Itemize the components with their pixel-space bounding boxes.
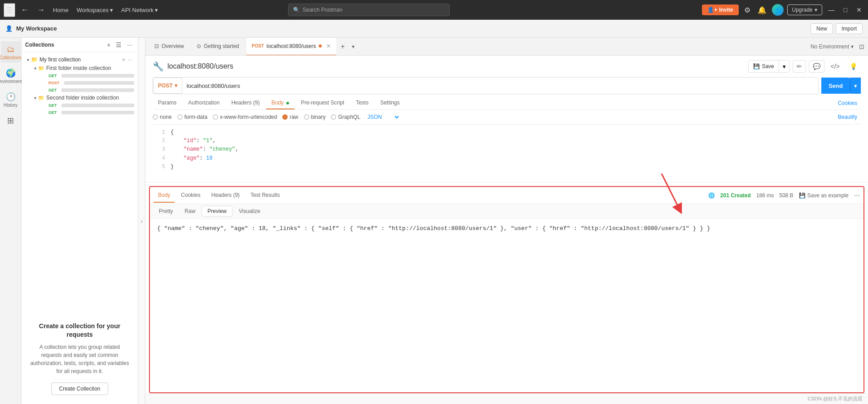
folder-icon: 📁	[38, 95, 44, 101]
upgrade-button[interactable]: Upgrade ▾	[787, 4, 822, 15]
edit-icon-button[interactable]: ✏	[793, 60, 806, 73]
cookies-link[interactable]: Cookies	[838, 100, 861, 106]
resp-tab-cookies[interactable]: Cookies	[176, 188, 205, 203]
chevron-down-icon: ▾	[155, 7, 158, 13]
sidebar-item-history[interactable]: 🕐 History	[1, 88, 21, 110]
code-editor[interactable]: 1 { 2 "id": "1", 3 "name": "cheney", 4 "…	[153, 125, 861, 178]
import-button[interactable]: Import	[836, 23, 863, 34]
body-urlencoded-option[interactable]: x-www-form-urlencoded	[213, 114, 277, 120]
env-icon: ⊡	[859, 43, 864, 50]
body-raw-option[interactable]: raw	[282, 114, 298, 120]
resp-tab-test-results[interactable]: Test Results	[246, 188, 284, 203]
code-line-1: 1 {	[153, 128, 861, 137]
collection-tree: ▾ 📁 My first collection ★ ··· ▾ 📁 First …	[22, 52, 138, 313]
body-form-data-option[interactable]: form-data	[177, 114, 207, 120]
code-line-3: 3 "name": "cheney",	[153, 145, 861, 154]
tab-authorization[interactable]: Authorization	[183, 97, 225, 109]
request-item[interactable]: GET	[32, 109, 134, 116]
radio-none	[153, 114, 158, 120]
sidebar-item-environments[interactable]: 🌍 Environments	[1, 65, 21, 87]
sidebar-item-mock[interactable]: ⊞	[1, 112, 21, 128]
create-collection-button[interactable]: Create Collection	[51, 382, 108, 395]
code-line-2: 2 "id": "1",	[153, 137, 861, 145]
tab-body[interactable]: Body	[266, 97, 295, 109]
tab-headers[interactable]: Headers (9)	[226, 97, 265, 109]
method-get-badge: GET	[47, 110, 59, 115]
search-bar[interactable]: 🔍 Search Postman	[288, 4, 450, 16]
tab-more-button[interactable]: ▾	[349, 43, 357, 50]
resp-view-visualize[interactable]: Visualize	[233, 206, 266, 216]
folder-header[interactable]: ▾ 📁 First folder inside collection	[32, 64, 134, 72]
collection-header[interactable]: ▾ 📁 My first collection ★ ···	[25, 55, 134, 64]
body-format-selector[interactable]: JSON Text JavaScript HTML XML	[366, 113, 400, 121]
method-selector[interactable]: POST ▾	[153, 78, 182, 94]
response-more-icon[interactable]: ···	[854, 191, 860, 200]
resp-view-raw[interactable]: Raw	[179, 206, 201, 216]
more-options-icon[interactable]: ···	[125, 40, 134, 49]
add-tab-button[interactable]: +	[338, 43, 347, 51]
request-item[interactable]: GET	[32, 102, 134, 109]
collapse-panel-button[interactable]: ›	[138, 38, 145, 404]
save-dropdown-button[interactable]: ▾	[779, 61, 789, 72]
radio-raw	[282, 114, 288, 120]
response-size: 508 B	[779, 192, 793, 199]
collection-more-icon[interactable]: ···	[128, 56, 132, 63]
beautify-link[interactable]: Beautify	[838, 114, 861, 120]
send-button[interactable]: Send	[821, 78, 850, 94]
code-icon-button[interactable]: </>	[827, 60, 843, 73]
filter-icon[interactable]: ☰	[114, 40, 123, 49]
resp-tab-body[interactable]: Body	[153, 188, 175, 203]
minimize-button[interactable]: —	[826, 5, 837, 14]
folder-item: ▾ 📁 First folder inside collection GET P…	[25, 64, 134, 94]
invite-button[interactable]: 👤+ Invite	[702, 4, 738, 15]
help-icon-button[interactable]: 💡	[846, 60, 861, 73]
environment-selector[interactable]: No Environment ▾ ⊡	[811, 43, 864, 50]
url-input[interactable]	[182, 78, 819, 94]
request-item[interactable]: GET	[32, 87, 134, 94]
tab-pre-request-script[interactable]: Pre-request Script	[295, 97, 350, 109]
body-active-dot	[286, 102, 289, 104]
resp-view-pretty[interactable]: Pretty	[153, 206, 178, 216]
tab-settings[interactable]: Settings	[375, 97, 405, 109]
radio-urlencoded	[213, 114, 218, 120]
tab-getting-started[interactable]: ⊙ Getting started	[191, 38, 245, 56]
workspaces-menu[interactable]: Workspaces ▾	[74, 7, 116, 13]
tab-overview[interactable]: ⊡ Overview	[149, 38, 189, 56]
home-link[interactable]: Home	[50, 7, 71, 13]
back-button[interactable]: ←	[18, 4, 31, 16]
sidebar-item-collections[interactable]: 🗂 Collections	[1, 41, 21, 63]
tab-close-icon[interactable]: ✕	[326, 43, 331, 49]
notifications-icon[interactable]: 🔔	[756, 4, 768, 16]
body-none-option[interactable]: none	[153, 114, 172, 120]
comment-icon-button[interactable]: 💬	[809, 60, 824, 73]
avatar[interactable]: 🌐	[772, 4, 784, 16]
tab-tests[interactable]: Tests	[351, 97, 374, 109]
save-as-example-button[interactable]: 💾 Save as example	[799, 192, 849, 199]
body-binary-option[interactable]: binary	[304, 114, 326, 120]
tab-params[interactable]: Params	[153, 97, 182, 109]
new-button[interactable]: New	[811, 23, 833, 34]
save-button[interactable]: 💾 Save	[749, 61, 779, 72]
resp-tab-headers[interactable]: Headers (9)	[207, 188, 244, 203]
chevron-down-icon: ▾	[34, 96, 36, 100]
forward-button[interactable]: →	[34, 4, 48, 16]
add-collection-button[interactable]: +	[105, 40, 112, 49]
folder-header[interactable]: ▾ 📁 Second folder inside collection	[32, 94, 134, 102]
overview-icon: ⊡	[154, 43, 159, 49]
close-button[interactable]: ✕	[854, 5, 864, 14]
resp-view-preview[interactable]: Preview	[202, 206, 232, 217]
request-item[interactable]: GET	[32, 72, 134, 79]
tab-post-request[interactable]: POST localhost:8080/users ✕	[246, 38, 336, 56]
topbar-right: 👤+ Invite ⚙ 🔔 🌐 Upgrade ▾ — □ ✕	[702, 4, 864, 16]
workspace-buttons: New Import	[811, 23, 863, 34]
body-graphql-option[interactable]: GraphQL	[331, 114, 360, 120]
maximize-button[interactable]: □	[841, 5, 850, 14]
request-item[interactable]: POST	[32, 79, 134, 87]
settings-icon[interactable]: ⚙	[742, 4, 752, 16]
radio-binary	[304, 114, 309, 120]
chevron-down-icon: ▾	[175, 83, 177, 89]
send-dropdown-button[interactable]: ▾	[850, 78, 861, 94]
api-network-menu[interactable]: API Network ▾	[118, 7, 161, 13]
env-chevron-icon: ▾	[851, 43, 854, 50]
hamburger-menu-icon[interactable]: ☰	[4, 3, 15, 17]
